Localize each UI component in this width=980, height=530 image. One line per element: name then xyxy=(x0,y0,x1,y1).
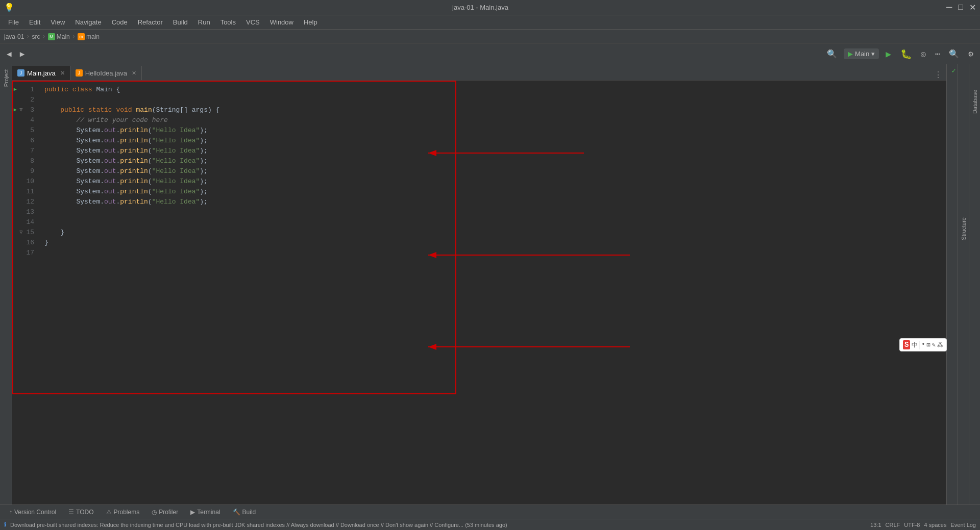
line-gutter-6: 6 xyxy=(12,136,36,146)
tab-profiler[interactable]: ◷ Profiler xyxy=(146,508,183,517)
menu-edit[interactable]: Edit xyxy=(25,17,44,27)
tab-todo[interactable]: ☰ TODO xyxy=(63,508,99,517)
breadcrumb-project[interactable]: java-01 xyxy=(4,33,24,40)
line-gutter-4: 4 xyxy=(12,115,36,125)
minimize-button[interactable]: ─ xyxy=(946,3,952,12)
run-configuration[interactable]: ▶ Main ▾ xyxy=(844,48,879,59)
more-run-button[interactable]: ⋯ xyxy=(933,47,943,61)
run-gutter-1[interactable]: ▶ xyxy=(12,85,18,95)
line-gutter-9: 9 xyxy=(12,166,36,176)
menu-build[interactable]: Build xyxy=(169,17,192,27)
menu-refactor[interactable]: Refactor xyxy=(134,17,167,27)
profiler-icon: ◷ xyxy=(152,509,157,516)
forward-button[interactable]: ▶ xyxy=(17,47,28,61)
menu-help[interactable]: Help xyxy=(300,17,322,27)
csdn-toolbar: S 中 • ⊞ ✎ ⁂ xyxy=(899,338,947,351)
indent-setting[interactable]: 4 spaces xyxy=(924,522,946,528)
fold-gutter-3[interactable]: ▽ xyxy=(18,105,24,115)
line-ending[interactable]: CRLF xyxy=(886,522,900,528)
code-editor[interactable]: ▶ 1 2 ▶ ▽ 3 xyxy=(12,81,946,504)
breadcrumb-main-class[interactable]: M Main xyxy=(48,33,70,40)
run-button[interactable]: ▶ xyxy=(883,47,894,61)
menu-bar: File Edit View Navigate Code Refactor Bu… xyxy=(0,15,980,30)
settings-button[interactable]: ⚙ xyxy=(966,47,976,61)
code-content[interactable]: public class Main { public static void m… xyxy=(40,81,946,504)
line-gutter-15: ▽ 15 xyxy=(12,228,36,238)
main-class-icon: M xyxy=(48,33,55,40)
tab-terminal[interactable]: ▶ Terminal xyxy=(185,508,225,517)
coverage-button[interactable]: ◎ xyxy=(918,47,928,61)
code-line-9: System.out.println("Hello Idea"); xyxy=(44,166,946,176)
tab-helloidea-close[interactable]: ✕ xyxy=(132,70,136,77)
profiler-label: Profiler xyxy=(159,509,178,516)
todo-label: TODO xyxy=(76,509,93,516)
title-bar-left: 💡 xyxy=(4,3,14,13)
encoding[interactable]: UTF-8 xyxy=(904,522,920,528)
line-gutter-7: 7 xyxy=(12,146,36,156)
project-panel-label[interactable]: Project xyxy=(2,66,10,90)
terminal-label: Terminal xyxy=(197,509,220,516)
debug-button[interactable]: 🐛 xyxy=(898,47,914,61)
code-line-3: public static void main(String[] args) { xyxy=(44,105,946,115)
maximize-button[interactable]: □ xyxy=(958,3,963,12)
event-log[interactable]: Event Log xyxy=(950,522,976,528)
app-icon: 💡 xyxy=(4,3,14,13)
line-gutter-14: 14 xyxy=(12,217,36,228)
structure-label[interactable]: Structure xyxy=(961,217,967,240)
build-label: Build xyxy=(242,509,256,516)
status-bar-left: ℹ Download pre-built shared indexes: Red… xyxy=(4,521,507,528)
problems-label: Problems xyxy=(114,509,140,516)
tab-main-label: Main.java xyxy=(27,69,56,77)
code-line-15: } xyxy=(44,228,946,238)
code-line-2 xyxy=(44,95,946,105)
code-line-13 xyxy=(44,207,946,217)
menu-file[interactable]: File xyxy=(4,17,23,27)
tab-build[interactable]: 🔨 Build xyxy=(228,508,261,517)
line-gutter-1: ▶ 1 xyxy=(12,85,36,95)
close-button[interactable]: ✕ xyxy=(969,3,976,12)
title-bar: 💡 java-01 - Main.java ─ □ ✕ xyxy=(0,0,980,15)
tab-problems[interactable]: ⚠ Problems xyxy=(101,508,145,517)
tab-bar: J Main.java ✕ J HelloIdea.java ✕ ⋮ xyxy=(12,64,946,81)
tab-helloidea-java[interactable]: J HelloIdea.java ✕ xyxy=(70,66,142,80)
run-gutter-3[interactable]: ▶ xyxy=(12,105,18,115)
tab-main-close[interactable]: ✕ xyxy=(60,70,65,77)
database-label[interactable]: Database xyxy=(972,90,978,114)
breadcrumb-main-method[interactable]: m main xyxy=(78,33,100,40)
tab-helloidea-label: HelloIdea.java xyxy=(85,69,127,77)
csdn-more-icon[interactable]: ⁂ xyxy=(937,341,943,349)
breadcrumb-sep-2: › xyxy=(42,33,46,40)
breadcrumb-sep-3: › xyxy=(72,33,76,40)
menu-view[interactable]: View xyxy=(46,17,69,27)
code-line-6: System.out.println("Hello Idea"); xyxy=(44,136,946,146)
csdn-zh-icon[interactable]: 中 xyxy=(912,341,920,349)
menu-vcs[interactable]: VCS xyxy=(242,17,264,27)
search-button[interactable]: 🔍 xyxy=(946,47,962,61)
menu-window[interactable]: Window xyxy=(266,17,298,27)
code-line-11: System.out.println("Hello Idea"); xyxy=(44,187,946,197)
status-bar: ℹ Download pre-built shared indexes: Red… xyxy=(0,519,980,530)
tab-more-button[interactable]: ⋮ xyxy=(930,70,946,80)
line-num-1: 1 xyxy=(24,85,34,95)
tab-version-control[interactable]: ↑ Version Control xyxy=(4,508,61,517)
code-line-1: public class Main { xyxy=(44,85,946,95)
menu-run[interactable]: Run xyxy=(194,17,214,27)
structure-sidebar: Structure xyxy=(958,64,969,504)
cursor-position: 13:1 xyxy=(870,522,881,528)
code-line-5: System.out.println("Hello Idea"); xyxy=(44,125,946,136)
line-num-3: 3 xyxy=(24,105,34,115)
csdn-s-icon: S xyxy=(903,340,910,349)
csdn-edit-icon[interactable]: ✎ xyxy=(932,341,936,349)
run-config-dropdown[interactable]: ▾ xyxy=(871,50,875,58)
csdn-grid-icon[interactable]: ⊞ xyxy=(927,341,930,349)
back-button[interactable]: ◀ xyxy=(4,47,14,61)
menu-navigate[interactable]: Navigate xyxy=(71,17,105,27)
bottom-tab-bar: ↑ Version Control ☰ TODO ⚠ Problems ◷ Pr… xyxy=(0,504,980,519)
csdn-dot-icon[interactable]: • xyxy=(921,341,925,348)
tab-main-java[interactable]: J Main.java ✕ xyxy=(12,66,70,80)
menu-tools[interactable]: Tools xyxy=(216,17,240,27)
search-everywhere-button[interactable]: 🔍 xyxy=(824,47,840,61)
breadcrumb-src[interactable]: src xyxy=(32,33,40,40)
menu-code[interactable]: Code xyxy=(108,17,132,27)
line-gutter-17: 17 xyxy=(12,248,36,258)
